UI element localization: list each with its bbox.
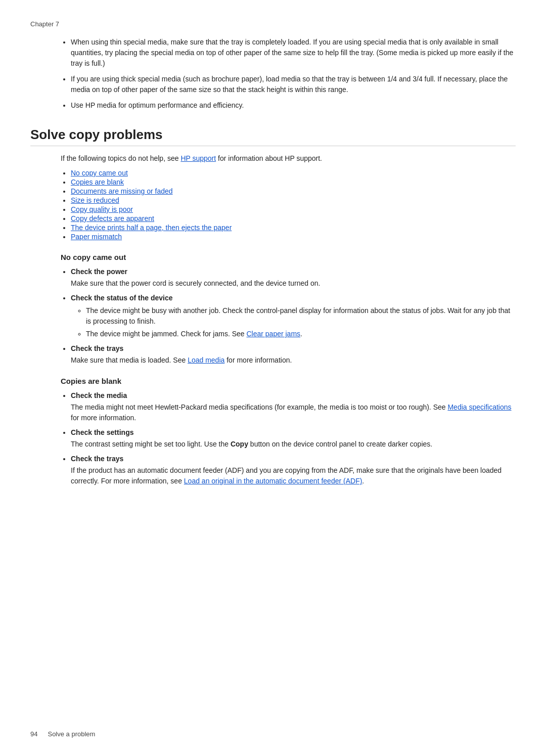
copies-blank-bullet-2-body: If the product has an automatic document…: [71, 465, 516, 486]
no-copy-sub-0: The device might be busy with another jo…: [86, 305, 516, 327]
section-title: Solve copy problems: [30, 127, 516, 146]
no-copy-bullets: Check the power Make sure that the power…: [71, 266, 516, 366]
media-specifications-link[interactable]: Media specifications: [447, 403, 511, 411]
no-copy-sub-1: The device might be jammed. Check for ja…: [86, 329, 516, 339]
intro-bullets-list: When using thin special media, make sure…: [71, 37, 516, 111]
intro-text-after: for information about HP support.: [218, 154, 322, 162]
no-copy-bullet-1: Check the status of the device The devic…: [71, 293, 516, 339]
footer: 94 Solve a problem: [30, 730, 95, 738]
copies-blank-bullet-1: Check the settings The contrast setting …: [71, 427, 516, 450]
copies-blank-bullet-2: Check the trays If the product has an au…: [71, 454, 516, 486]
no-copy-sub-bullets-1: The device might be busy with another jo…: [86, 305, 516, 339]
toc-item-4: Copy quality is poor: [71, 205, 516, 213]
chapter-label: Chapter 7: [30, 20, 516, 28]
hp-support-link[interactable]: HP support: [180, 154, 216, 162]
copies-blank-bullet-1-label: Check the settings: [71, 428, 133, 436]
subsection-no-copy-title: No copy came out: [61, 253, 516, 261]
load-adf-link[interactable]: Load an original in the automatic docume…: [184, 477, 362, 485]
copies-blank-bullet-2-label: Check the trays: [71, 455, 123, 463]
page-number: 94: [30, 730, 37, 738]
toc-link-2[interactable]: Documents are missing or faded: [71, 187, 173, 195]
intro-bullet-1: When using thin special media, make sure…: [71, 37, 516, 69]
toc-link-5[interactable]: Copy defects are apparent: [71, 214, 154, 223]
page-label: Solve a problem: [48, 730, 95, 738]
toc-link-0[interactable]: No copy came out: [71, 169, 128, 177]
no-copy-bullet-1-label: Check the status of the device: [71, 294, 173, 302]
no-copy-bullet-2-body: Make sure that media is loaded. See Load…: [71, 355, 516, 366]
no-copy-bullet-2-label: Check the trays: [71, 344, 123, 352]
toc-link-1[interactable]: Copies are blank: [71, 178, 124, 186]
load-media-link[interactable]: Load media: [188, 356, 224, 364]
toc-item-6: The device prints half a page, then ejec…: [71, 224, 516, 232]
no-copy-bullet-0-body: Make sure that the power cord is securel…: [71, 278, 516, 289]
clear-paper-jams-link[interactable]: Clear paper jams: [246, 330, 300, 338]
subsection-copies-blank-title: Copies are blank: [61, 377, 516, 385]
copies-blank-bullet-0: Check the media The media might not meet…: [71, 390, 516, 423]
copies-blank-bullets: Check the media The media might not meet…: [71, 390, 516, 486]
copies-blank-bullet-0-body: The media might not meet Hewlett-Packard…: [71, 402, 516, 423]
toc-item-1: Copies are blank: [71, 178, 516, 186]
no-copy-bullet-0-label: Check the power: [71, 268, 127, 276]
toc-item-3: Size is reduced: [71, 196, 516, 204]
toc-item-0: No copy came out: [71, 169, 516, 177]
no-copy-bullet-2: Check the trays Make sure that media is …: [71, 343, 516, 366]
toc-link-4[interactable]: Copy quality is poor: [71, 205, 133, 213]
toc-link-7[interactable]: Paper mismatch: [71, 233, 122, 241]
copies-blank-bullet-1-body: The contrast setting might be set too li…: [71, 439, 516, 450]
intro-bullet-3: Use HP media for optimum performance and…: [71, 100, 516, 111]
toc-item-2: Documents are missing or faded: [71, 187, 516, 195]
intro-bullet-2: If you are using thick special media (su…: [71, 74, 516, 95]
toc-item-7: Paper mismatch: [71, 233, 516, 241]
toc-item-5: Copy defects are apparent: [71, 214, 516, 223]
toc-link-6[interactable]: The device prints half a page, then ejec…: [71, 224, 232, 232]
toc-list: No copy came out Copies are blank Docume…: [71, 169, 516, 241]
intro-paragraph: If the following topics do not help, see…: [61, 153, 516, 164]
intro-text-before: If the following topics do not help, see: [61, 154, 178, 162]
copies-blank-bullet-0-label: Check the media: [71, 391, 127, 399]
no-copy-bullet-0: Check the power Make sure that the power…: [71, 266, 516, 289]
toc-link-3[interactable]: Size is reduced: [71, 196, 119, 204]
copy-bold-word: Copy: [231, 440, 248, 448]
